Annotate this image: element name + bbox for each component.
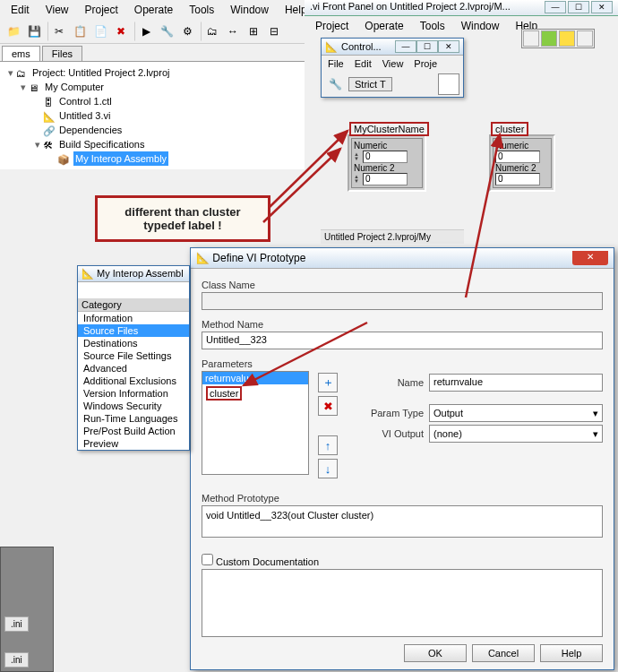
- custom-doc-checkbox[interactable]: Custom Documentation: [202, 556, 319, 567]
- tree-interop[interactable]: My Interop Assembly: [73, 151, 168, 166]
- ctrl-menu-project[interactable]: Proje: [409, 57, 442, 70]
- palette-tool[interactable]: [559, 30, 575, 47]
- ctrl-menu-file[interactable]: File: [323, 57, 348, 70]
- project-tree[interactable]: ▾🗂Project: Untitled Project 2.lvproj ▾🖥M…: [0, 62, 305, 169]
- tool-icon4[interactable]: ↔: [223, 22, 243, 41]
- tool-icon[interactable]: 🔧: [157, 22, 176, 41]
- menu-view[interactable]: View: [39, 2, 76, 18]
- menu-window[interactable]: Window: [223, 2, 276, 18]
- cat-version-info[interactable]: Version Information: [78, 387, 189, 400]
- help-button[interactable]: Help: [540, 644, 603, 662]
- ctrl-menu-view[interactable]: View: [378, 57, 408, 70]
- run-icon[interactable]: ▶: [136, 22, 156, 41]
- close-button[interactable]: ✕: [591, 1, 613, 13]
- control-title: Control...: [341, 41, 382, 52]
- cluster-cluster[interactable]: cluster Numeric 0 Numeric 2 0: [489, 134, 555, 192]
- custom-doc-textarea[interactable]: [202, 569, 603, 637]
- tool-icon6[interactable]: ⊟: [264, 22, 284, 41]
- minimize-button[interactable]: —: [545, 1, 566, 13]
- ctrl-min-button[interactable]: —: [395, 40, 416, 53]
- frontpanel-statusbar: Untitled Project 2.lvproj/My: [321, 229, 464, 244]
- assembly-title: My Interop Assembl: [97, 268, 184, 279]
- palette-tool[interactable]: [523, 30, 539, 47]
- menu-tools[interactable]: Tools: [182, 2, 221, 18]
- numeric2-input[interactable]: 0: [363, 173, 408, 185]
- ini-label: .ini: [4, 652, 29, 668]
- class-name-label: Class Name: [202, 280, 603, 290]
- cat-preview[interactable]: Preview: [78, 437, 189, 450]
- dialog-title: Define VI Prototype: [212, 252, 305, 264]
- cat-additional-exclusions[interactable]: Additional Exclusions: [78, 375, 189, 387]
- tree-root[interactable]: Project: Untitled Project 2.lvproj: [32, 65, 169, 80]
- remove-param-button[interactable]: ✖: [318, 396, 338, 416]
- strict-typedef-button[interactable]: Strict T: [348, 77, 392, 91]
- wrench-icon[interactable]: 🔧: [325, 74, 345, 94]
- cat-destinations[interactable]: Destinations: [78, 337, 189, 349]
- tool-icon5[interactable]: ⊞: [244, 22, 263, 41]
- open-icon[interactable]: 📁: [4, 22, 23, 41]
- delete-icon[interactable]: ✖: [111, 22, 131, 41]
- vi-output-select[interactable]: (none)▾: [429, 425, 603, 443]
- palette-tool[interactable]: [577, 30, 593, 47]
- tool-icon2[interactable]: ⚙: [177, 22, 197, 41]
- menu-edit[interactable]: Edit: [4, 2, 37, 18]
- ctrl-menu-edit[interactable]: Edit: [350, 57, 376, 70]
- tree-computer[interactable]: My Computer: [45, 80, 104, 94]
- cat-runtime-languages[interactable]: Run-Time Languages: [78, 412, 189, 425]
- tab-items[interactable]: ems: [2, 46, 40, 61]
- cat-prepost-build[interactable]: Pre/Post Build Action: [78, 425, 189, 437]
- param-item-cluster[interactable]: cluster: [206, 386, 242, 401]
- cat-information[interactable]: Information: [78, 312, 189, 324]
- cut-icon[interactable]: ✂: [49, 22, 69, 41]
- param-type-select[interactable]: Output▾: [429, 404, 603, 422]
- param-item-returnvalue[interactable]: returnvalue: [202, 372, 308, 384]
- fp-menu-project[interactable]: Project: [308, 18, 356, 34]
- move-up-button[interactable]: ↑: [318, 435, 338, 455]
- cluster-myclustername[interactable]: MyClusterName Numeric ▲▼0 Numeric 2 ▲▼0: [348, 134, 426, 192]
- param-name-input[interactable]: returnvalue: [429, 374, 603, 392]
- numeric-input[interactable]: 0: [363, 151, 408, 163]
- tool-icon3[interactable]: 🗂: [202, 22, 222, 41]
- copy-icon[interactable]: 📋: [70, 22, 90, 41]
- cat-source-files[interactable]: Source Files: [78, 324, 189, 337]
- icon-editor[interactable]: [438, 73, 459, 95]
- tab-files[interactable]: Files: [42, 46, 82, 61]
- move-down-button[interactable]: ↓: [318, 459, 338, 478]
- method-name-input[interactable]: Untitled__323: [202, 332, 603, 349]
- deps-icon: 🔗: [43, 124, 57, 136]
- cat-advanced[interactable]: Advanced: [78, 362, 189, 375]
- cat-source-file-settings[interactable]: Source File Settings: [78, 349, 189, 362]
- numeric-label: Numeric: [495, 141, 549, 151]
- main-toolbar: 📁 💾 ✂ 📋 📄 ✖ ▶ 🔧 ⚙ 🗂 ↔ ⊞ ⊟: [0, 20, 305, 44]
- dialog-close-button[interactable]: ✕: [572, 251, 608, 265]
- menu-project[interactable]: Project: [77, 2, 124, 18]
- custom-doc-check[interactable]: [202, 554, 213, 565]
- maximize-button[interactable]: ☐: [568, 1, 589, 13]
- add-param-button[interactable]: ＋: [318, 373, 338, 392]
- spinner-icon[interactable]: ▲▼: [354, 175, 363, 184]
- fp-menu-operate[interactable]: Operate: [357, 18, 410, 34]
- fp-menu-window[interactable]: Window: [454, 18, 507, 34]
- tree-control1[interactable]: Control 1.ctl: [59, 94, 112, 108]
- menu-operate[interactable]: Operate: [127, 2, 180, 18]
- ok-button[interactable]: OK: [404, 644, 467, 662]
- palette-tool[interactable]: [541, 30, 557, 47]
- cancel-button[interactable]: Cancel: [472, 644, 535, 662]
- parameters-list[interactable]: returnvalue cluster: [202, 371, 309, 475]
- ctrl-max-button[interactable]: ☐: [416, 40, 438, 53]
- tools-palette[interactable]: [521, 29, 595, 48]
- tree-build[interactable]: Build Specifications: [59, 137, 144, 151]
- save-icon[interactable]: 💾: [24, 22, 44, 41]
- ctrl-close-button[interactable]: ✕: [438, 40, 459, 53]
- nav-tabstrip: ems Files: [0, 44, 305, 62]
- fp-menu-tools[interactable]: Tools: [413, 18, 452, 34]
- spinner-icon[interactable]: ▲▼: [354, 152, 363, 161]
- paste-icon[interactable]: 📄: [90, 22, 110, 41]
- ctl-icon: 🎛: [43, 95, 57, 108]
- cat-windows-security[interactable]: Windows Security: [78, 400, 189, 412]
- tree-deps[interactable]: Dependencies: [59, 123, 122, 137]
- assembly-icon: 📦: [57, 152, 72, 165]
- category-list[interactable]: Category Information Source Files Destin…: [78, 298, 189, 450]
- tree-untitled3[interactable]: Untitled 3.vi: [59, 108, 110, 123]
- name-label: Name: [352, 377, 424, 388]
